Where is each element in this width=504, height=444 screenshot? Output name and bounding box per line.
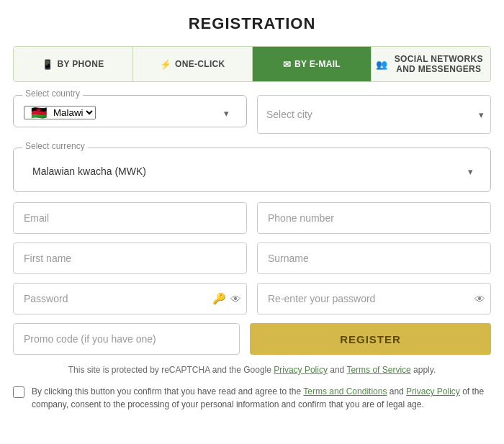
phone-icon: 📱: [42, 59, 53, 70]
surname-group: [257, 243, 491, 274]
terms-text: By clicking this button you confirm that…: [32, 385, 491, 411]
country-label: Select country: [22, 89, 83, 99]
terms-row: By clicking this button you confirm that…: [13, 385, 491, 411]
promo-group: [13, 323, 240, 355]
privacy-policy-link2[interactable]: Privacy Policy: [406, 386, 460, 397]
recaptcha-notice: This site is protected by reCAPTCHA and …: [13, 365, 491, 375]
page-title: REGISTRATION: [13, 14, 491, 33]
city-col: Select city ▾: [257, 95, 491, 137]
reenter-eye-slash-icon[interactable]: 👁: [474, 293, 485, 305]
lightning-icon: ⚡: [160, 59, 171, 70]
country-city-section: Select country 🇲🇼 Malawi ▾ Select city ▾: [13, 95, 491, 137]
phone-input[interactable]: [257, 202, 491, 234]
tab-social[interactable]: 👥 SOCIAL NETWORKS AND MESSENGERS: [372, 47, 490, 81]
reenter-group: 👁: [257, 283, 491, 314]
email-input[interactable]: [13, 202, 247, 234]
surname-input[interactable]: [257, 243, 491, 274]
currency-label: Select currency: [22, 141, 88, 151]
phone-group: [257, 202, 491, 234]
social-icon: 👥: [376, 59, 387, 70]
tab-oneclick[interactable]: ⚡ ONE-CLICK: [133, 47, 253, 81]
city-select[interactable]: Select city: [257, 95, 491, 134]
country-select[interactable]: Malawi: [24, 106, 96, 119]
eye-slash-icon[interactable]: 👁: [230, 293, 241, 305]
promo-register-row: REGISTER: [13, 323, 491, 355]
tabs-bar: 📱 BY PHONE ⚡ ONE-CLICK ✉ BY E-MAIL 👥 SOC…: [13, 46, 491, 82]
firstname-group: [13, 243, 247, 274]
promo-input[interactable]: [13, 323, 240, 355]
country-col: Select country 🇲🇼 Malawi ▾: [13, 95, 247, 137]
email-icon: ✉: [283, 59, 291, 70]
currency-select[interactable]: Malawian kwacha (MWK): [24, 158, 480, 184]
password-row: 🔑 👁 👁: [13, 283, 491, 314]
register-button[interactable]: REGISTER: [250, 323, 491, 355]
country-section: Select country 🇲🇼 Malawi ▾: [13, 95, 247, 127]
reenter-input[interactable]: [257, 283, 491, 314]
currency-select-wrapper: Malawian kwacha (MWK) ▾: [24, 158, 480, 184]
privacy-policy-link[interactable]: Privacy Policy: [274, 365, 328, 375]
password-group: 🔑 👁: [13, 283, 247, 314]
city-select-wrapper: Select city ▾: [257, 95, 491, 134]
currency-section: Select currency Malawian kwacha (MWK) ▾: [13, 148, 491, 192]
name-row: [13, 243, 491, 274]
reenter-icons: 👁: [474, 293, 485, 305]
terms-checkbox[interactable]: [13, 386, 24, 398]
email-phone-row: [13, 202, 491, 234]
tab-email[interactable]: ✉ BY E-MAIL: [253, 47, 372, 81]
currency-form-section: Select currency Malawian kwacha (MWK) ▾: [13, 148, 491, 192]
firstname-input[interactable]: [13, 243, 247, 274]
key-icon: 🔑: [212, 292, 226, 305]
country-select-wrapper: 🇲🇼 Malawi ▾: [24, 106, 236, 119]
password-icons: 🔑 👁: [212, 292, 241, 305]
terms-of-service-link[interactable]: Terms of Service: [346, 365, 410, 375]
country-chevron-icon: ▾: [224, 107, 229, 118]
tab-phone[interactable]: 📱 BY PHONE: [14, 47, 133, 81]
email-group: [13, 202, 247, 234]
terms-conditions-link[interactable]: Terms and Conditions: [303, 386, 387, 397]
